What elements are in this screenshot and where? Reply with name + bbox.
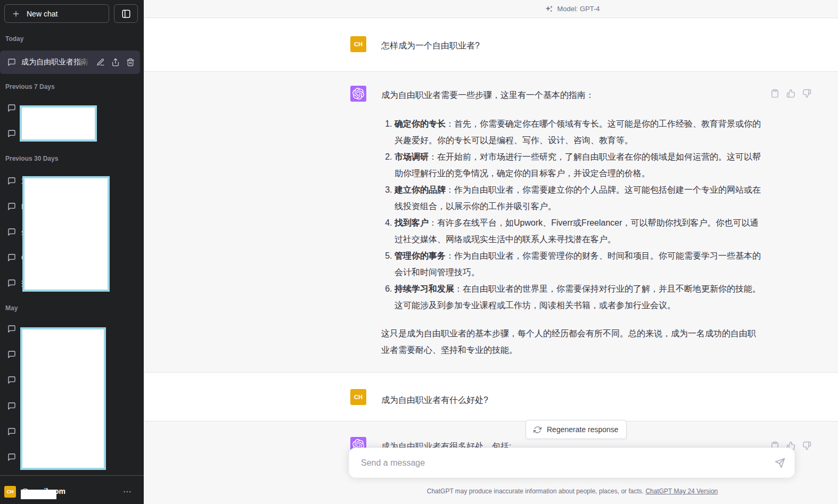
share-icon[interactable]	[111, 58, 120, 67]
message-actions	[770, 89, 811, 98]
title-fade	[77, 57, 91, 67]
user-avatar: CH	[350, 389, 366, 405]
chatgpt-avatar	[350, 86, 366, 102]
chat-bubble-icon	[7, 402, 16, 410]
openai-logo-icon	[352, 88, 364, 100]
new-chat-label: New chat	[27, 10, 57, 18]
plus-icon	[12, 10, 20, 18]
account-menu[interactable]: CH @gmail.com	[0, 482, 144, 504]
chat-bubble-icon	[7, 427, 16, 436]
collapse-sidebar-button[interactable]	[114, 4, 138, 23]
new-chat-button[interactable]: New chat	[4, 4, 109, 23]
chat-bubble-icon	[7, 228, 16, 236]
send-icon[interactable]	[775, 458, 785, 468]
redaction-box	[22, 176, 110, 292]
chat-bubble-icon	[7, 104, 16, 112]
chat-bubble-icon	[7, 202, 16, 211]
thumbs-down-icon[interactable]	[802, 441, 811, 450]
message-input[interactable]	[361, 448, 766, 477]
account-avatar: CH	[4, 486, 16, 498]
regenerate-response-button[interactable]: Regenerate response	[525, 420, 627, 439]
section-label-previous-30-days: Previous 30 Days	[5, 155, 58, 162]
redaction-box	[20, 327, 106, 470]
sidebar-divider	[0, 475, 144, 476]
chat-bubble-icon	[7, 376, 16, 384]
assistant-intro: 成为自由职业者需要一些步骤，这里有一个基本的指南：	[381, 87, 762, 103]
refresh-icon	[533, 426, 541, 434]
model-label: Model: GPT-4	[557, 5, 599, 13]
assistant-steps-list: 确定你的专长：首先，你需要确定你在哪个领域有专长。这可能是你的工作经验、教育背景…	[381, 115, 762, 313]
chat-bubble-icon	[7, 177, 16, 185]
sidebar-item-freelancer-guide[interactable]: 成为自由职业者指南	[0, 51, 140, 74]
model-header: Model: GPT-4	[144, 0, 838, 18]
sparkles-icon	[545, 5, 553, 13]
redaction-box	[21, 490, 56, 499]
message-composer	[349, 448, 795, 478]
footer-disclaimer: ChatGPT may produce inaccurate informati…	[349, 488, 796, 495]
chat-bubble-icon	[7, 325, 16, 333]
chat-main: Model: GPT-4 CH 怎样成为一个自由职业者?	[144, 0, 838, 504]
sidebar-toggle-icon	[121, 9, 131, 19]
chat-bubble-icon	[7, 350, 16, 359]
list-item: 建立你的品牌：作为自由职业者，你需要建立你的个人品牌。这可能包括创建一个专业的网…	[395, 181, 762, 214]
ellipsis-icon[interactable]	[122, 487, 132, 497]
disclaimer-text: ChatGPT may produce inaccurate informati…	[427, 488, 644, 495]
section-label-may: May	[5, 304, 18, 312]
user-avatar: CH	[350, 36, 366, 52]
copy-icon[interactable]	[770, 89, 779, 98]
list-item: 持续学习和发展：在自由职业者的世界里，你需要保持对行业的了解，并且不断地更新你的…	[395, 280, 762, 313]
user-message-text: 成为自由职业者有什么好处?	[381, 392, 762, 408]
assistant-message-row: 成为自由职业者需要一些步骤，这里有一个基本的指南： 确定你的专长：首先，你需要确…	[144, 71, 838, 373]
chat-bubble-icon	[7, 253, 16, 262]
list-item: 管理你的事务：作为自由职业者，你需要管理你的财务、时间和项目。你可能需要学习一些…	[395, 247, 762, 280]
chat-bubble-icon	[7, 279, 16, 287]
chat-bubble-icon	[7, 453, 16, 461]
thumbs-up-icon[interactable]	[786, 89, 795, 98]
thumbs-down-icon[interactable]	[802, 89, 811, 98]
list-item: 确定你的专长：首先，你需要确定你在哪个领域有专长。这可能是你的工作经验、教育背景…	[395, 115, 762, 148]
user-message-text: 怎样成为一个自由职业者?	[381, 37, 762, 54]
user-message-row: CH 成为自由职业者有什么好处?	[144, 373, 838, 421]
assistant-outro: 这只是成为自由职业者的基本步骤，每个人的经历都会有所不同。总的来说，成为一名成功…	[381, 325, 762, 358]
sidebar: New chat Today 成为自由职业者指南 Previous 7 Days	[0, 0, 144, 504]
list-item: 市场调研：在开始前，对市场进行一些研究，了解自由职业者在你的领域是如何运营的。这…	[395, 148, 762, 181]
list-item: 找到客户：有许多在线平台，如Upwork、Fiverr或Freelancer，可…	[395, 214, 762, 247]
regenerate-label: Regenerate response	[547, 425, 619, 434]
chat-bubble-icon	[7, 58, 16, 67]
user-message-row: CH 怎样成为一个自由职业者?	[144, 18, 838, 71]
section-label-previous-7-days: Previous 7 Days	[5, 83, 55, 90]
trash-icon[interactable]	[126, 58, 135, 67]
version-link[interactable]: ChatGPT May 24 Version	[645, 488, 718, 495]
section-label-today: Today	[5, 35, 23, 43]
chat-bubble-icon	[7, 129, 16, 138]
redaction-box	[20, 105, 97, 142]
edit-icon[interactable]	[96, 58, 105, 67]
